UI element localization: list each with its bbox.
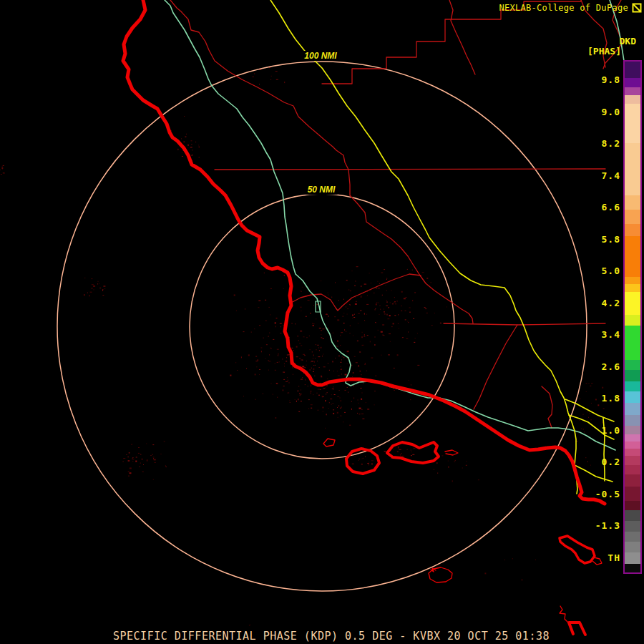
radar-speckle xyxy=(406,297,406,298)
radar-speckle xyxy=(182,152,182,153)
radar-speckle xyxy=(3,172,5,173)
radar-speckle xyxy=(136,457,137,458)
radar-speckle xyxy=(333,389,334,389)
radar-speckle xyxy=(297,391,298,391)
radar-speckle xyxy=(406,338,408,339)
radar-speckle xyxy=(308,408,309,409)
radar-speckle xyxy=(296,356,298,357)
radar-speckle xyxy=(591,419,592,420)
radar-speckle xyxy=(323,388,325,389)
radar-speckle xyxy=(448,467,449,468)
radar-speckle xyxy=(587,411,587,412)
radar-speckle xyxy=(338,417,338,418)
radar-speckle xyxy=(333,333,333,333)
radar-speckle xyxy=(283,379,285,380)
radar-speckle xyxy=(293,350,294,351)
radar-speckle xyxy=(327,392,328,393)
radar-speckle xyxy=(354,314,355,315)
color-scale-segment xyxy=(625,465,640,474)
color-scale-segment xyxy=(625,441,640,449)
radar-speckle xyxy=(297,336,298,336)
island-san-clemente-north xyxy=(560,606,568,623)
radar-speckle xyxy=(384,451,386,452)
radar-speckle xyxy=(333,413,334,414)
radar-speckle xyxy=(343,316,343,317)
scale-tick-label: 2.6 xyxy=(577,361,620,372)
color-scale-segment xyxy=(625,224,640,236)
radar-speckle xyxy=(296,346,298,348)
radar-speckle xyxy=(181,138,182,139)
radar-speckle xyxy=(364,284,366,285)
radar-speckle xyxy=(328,363,328,364)
radar-speckle xyxy=(127,454,127,455)
radar-speckle xyxy=(343,299,344,300)
radar-speckle xyxy=(322,407,323,409)
radar-speckle xyxy=(350,325,351,326)
radar-speckle xyxy=(317,361,318,361)
radar-speckle xyxy=(143,464,144,465)
radar-speckle xyxy=(301,360,303,361)
radar-speckle xyxy=(259,369,260,370)
product-code: DKD xyxy=(620,36,636,47)
radar-speckle xyxy=(358,365,359,366)
radar-speckle xyxy=(328,293,328,293)
radar-speckle xyxy=(341,332,343,333)
radar-speckle xyxy=(177,149,178,150)
radar-speckle xyxy=(255,374,255,375)
radar-speckle xyxy=(341,369,342,370)
scale-tick-label: -0.5 xyxy=(577,489,620,499)
radar-speckle xyxy=(326,314,328,315)
radar-speckle xyxy=(142,472,144,472)
scale-tick-label: 9.0 xyxy=(577,107,620,117)
radar-speckle xyxy=(293,374,293,375)
radar-speckle xyxy=(397,354,399,356)
radar-speckle xyxy=(346,280,348,280)
radar-speckle xyxy=(316,344,316,345)
radar-speckle xyxy=(391,291,392,291)
radar-speckle xyxy=(298,399,299,399)
radar-speckle xyxy=(325,401,326,402)
radar-speckle xyxy=(140,454,141,455)
radar-speckle xyxy=(398,447,399,448)
radar-speckle xyxy=(340,398,341,399)
radar-speckle xyxy=(241,356,242,358)
radar-speckle xyxy=(323,366,326,367)
radar-speckle xyxy=(318,395,320,396)
radar-speckle xyxy=(402,456,404,457)
radar-speckle xyxy=(103,286,105,287)
radar-speckle xyxy=(343,313,344,313)
radar-speckle xyxy=(308,399,310,400)
radar-speckle xyxy=(166,467,167,467)
color-scale-segment xyxy=(625,370,640,381)
radar-speckle xyxy=(307,337,308,338)
radar-speckle xyxy=(367,296,368,296)
scale-tick-label: 0.2 xyxy=(577,457,620,467)
radar-speckle xyxy=(316,318,316,319)
radar-speckle xyxy=(415,338,416,338)
radar-speckle xyxy=(291,348,293,348)
radar-speckle xyxy=(361,286,361,287)
radar-speckle xyxy=(328,328,328,328)
radar-speckle xyxy=(364,320,365,321)
radar-speckle xyxy=(275,363,275,364)
radar-speckle xyxy=(424,307,426,308)
radar-speckle xyxy=(382,325,384,326)
radar-speckle xyxy=(338,405,339,406)
radar-speckle xyxy=(305,379,306,381)
radar-speckle xyxy=(308,300,310,301)
radar-speckle xyxy=(362,393,363,394)
radar-speckle xyxy=(366,371,367,371)
radar-speckle xyxy=(357,413,358,414)
radar-speckle xyxy=(409,312,411,313)
radar-speckle xyxy=(313,371,314,372)
radar-speckle xyxy=(335,282,336,283)
radar-speckle xyxy=(386,285,386,286)
radar-speckle xyxy=(259,325,260,326)
radar-speckle xyxy=(300,394,301,396)
radar-speckle xyxy=(364,364,366,365)
color-scale-segment xyxy=(625,542,640,552)
radar-speckle xyxy=(269,333,270,333)
radar-speckle xyxy=(397,452,399,452)
radar-speckle xyxy=(376,323,376,323)
radar-speckle xyxy=(296,401,297,402)
